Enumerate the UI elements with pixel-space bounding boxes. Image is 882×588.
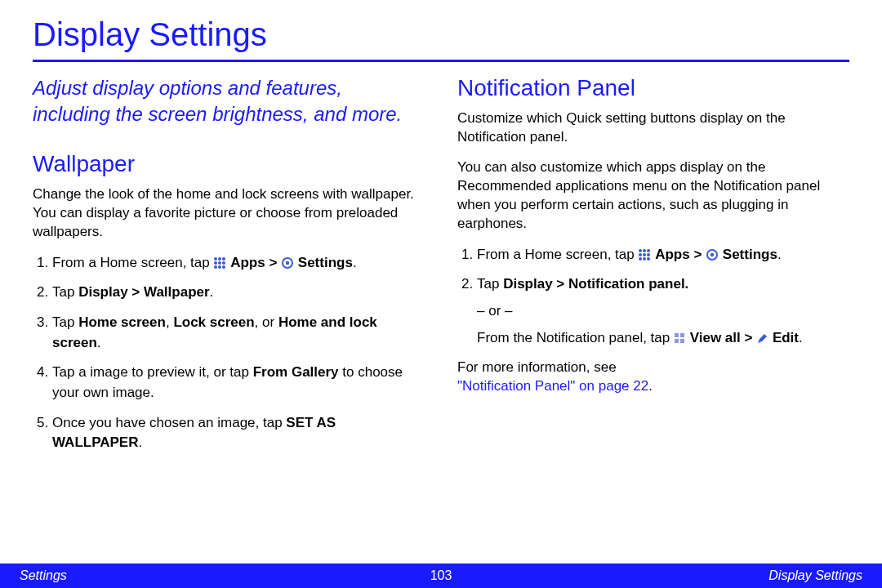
list-item: Tap Display > Notification panel. – or –… <box>477 274 849 348</box>
period: . <box>777 247 782 262</box>
step-text: Tap a image to preview it, or tap <box>52 364 253 380</box>
notification-panel-heading: Notification Panel <box>457 75 849 101</box>
svg-point-15 <box>643 253 646 256</box>
svg-point-8 <box>222 265 225 269</box>
list-item: Tap Display > Wallpaper. <box>52 283 425 303</box>
list-item: Tap Home screen, Lock screen, or Home an… <box>52 313 425 353</box>
svg-point-13 <box>647 249 650 252</box>
settings-gear-icon <box>281 253 294 274</box>
period: . <box>648 378 653 394</box>
edit-label: Edit <box>773 330 799 345</box>
list-item: Tap a image to preview it, or tap From G… <box>52 363 425 403</box>
svg-point-21 <box>710 253 714 256</box>
step-text: From a Home screen, tap <box>52 255 213 270</box>
left-column: Adjust display options and features, inc… <box>33 75 425 463</box>
apps-grid-icon <box>213 253 226 274</box>
np-desc2: You can also customize which apps displa… <box>457 158 849 234</box>
two-column-layout: Adjust display options and features, inc… <box>33 75 849 463</box>
svg-point-0 <box>214 257 217 261</box>
list-item: Once you have chosen an image, tap SET A… <box>52 413 425 453</box>
settings-label: Settings <box>723 247 777 262</box>
apps-label: Apps <box>230 255 265 270</box>
step-bold: Display > Notification panel. <box>503 276 688 292</box>
period: . <box>799 330 803 345</box>
period: . <box>210 284 214 300</box>
settings-label: Settings <box>298 255 353 270</box>
step-bold: Home screen <box>78 314 166 330</box>
step-bold: Display > Wallpaper <box>78 284 209 300</box>
wallpaper-steps: From a Home screen, tap Apps > Settings.… <box>33 253 425 453</box>
svg-marker-26 <box>758 334 767 343</box>
svg-point-14 <box>639 253 642 256</box>
list-item: From a Home screen, tap Apps > Settings. <box>52 253 425 274</box>
list-item: From a Home screen, tap Apps > Settings. <box>477 245 849 265</box>
separator: > <box>745 330 757 345</box>
step-text: From a Home screen, tap <box>477 247 638 262</box>
step-bold: Lock screen <box>173 314 254 330</box>
svg-point-19 <box>647 257 650 261</box>
svg-point-16 <box>647 253 650 256</box>
title-rule <box>33 60 849 62</box>
wallpaper-heading: Wallpaper <box>33 151 425 177</box>
footer-page-number: 103 <box>430 568 452 583</box>
separator: > <box>269 255 281 270</box>
svg-point-3 <box>214 261 217 265</box>
step-text: Tap <box>477 276 503 292</box>
svg-point-10 <box>286 261 289 265</box>
sep: , <box>166 314 173 330</box>
svg-rect-22 <box>675 333 679 337</box>
notification-steps: From a Home screen, tap Apps > Settings.… <box>457 245 849 349</box>
intro-text: Adjust display options and features, inc… <box>33 75 425 128</box>
more-info-line: For more information, see "Notification … <box>457 359 849 396</box>
svg-rect-23 <box>680 333 684 337</box>
step-text: Tap <box>52 284 78 300</box>
svg-point-4 <box>218 261 221 265</box>
footer-left: Settings <box>20 568 67 583</box>
page-footer: Settings 103 Display Settings <box>0 564 882 588</box>
apps-grid-icon <box>638 245 651 265</box>
step-text: Tap <box>52 314 78 330</box>
svg-point-12 <box>643 249 646 252</box>
np-desc1: Customize which Quick setting buttons di… <box>457 109 849 147</box>
sep: , or <box>255 314 278 330</box>
notification-panel-link[interactable]: "Notification Panel" on page 22 <box>457 378 648 394</box>
right-column: Notification Panel Customize which Quick… <box>457 75 849 463</box>
svg-point-5 <box>222 261 225 265</box>
period: . <box>97 335 101 350</box>
wallpaper-desc: Change the look of the home and lock scr… <box>33 185 425 242</box>
svg-point-17 <box>639 257 642 261</box>
footer-right: Display Settings <box>768 568 862 583</box>
svg-point-1 <box>218 257 221 261</box>
page-title: Display Settings <box>33 16 849 53</box>
step-bold: From Gallery <box>253 364 339 380</box>
svg-point-2 <box>222 257 225 261</box>
period: . <box>353 255 357 270</box>
pencil-icon <box>756 328 768 349</box>
step-text: Once you have chosen an image, tap <box>52 415 286 430</box>
svg-point-11 <box>639 249 642 252</box>
viewall-label: View all <box>690 330 741 345</box>
period: . <box>138 434 142 450</box>
settings-gear-icon <box>706 245 719 265</box>
tiles-icon <box>674 328 686 349</box>
more-info-text: For more information, see <box>457 359 617 375</box>
svg-point-6 <box>214 265 217 269</box>
svg-rect-24 <box>675 339 679 343</box>
svg-rect-25 <box>680 339 684 343</box>
or-line: – or – <box>477 301 849 322</box>
separator: > <box>693 247 706 262</box>
svg-point-18 <box>643 257 646 261</box>
svg-point-7 <box>218 265 221 269</box>
document-page: Display Settings Adjust display options … <box>0 0 882 588</box>
step-text: From the Notification panel, tap <box>477 330 674 345</box>
apps-label: Apps <box>655 247 690 262</box>
